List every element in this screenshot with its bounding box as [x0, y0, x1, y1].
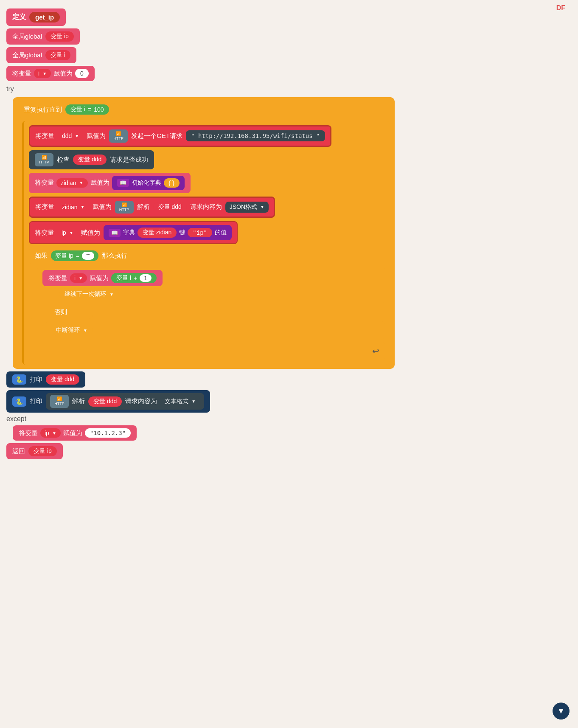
http-icon-get: 📶 HTTP: [109, 129, 128, 143]
repeat-var-eq: 变量 i = 100: [65, 104, 109, 115]
assign-ip2-assign: 赋值为: [63, 429, 82, 437]
wifi-symbol2: 📶: [42, 155, 47, 160]
assign-zidian2-var[interactable]: zidian: [58, 202, 89, 212]
define-name: get_ip: [29, 12, 60, 22]
repeat-label: 重复执行直到: [24, 106, 62, 114]
assign-i2-var[interactable]: i: [70, 273, 87, 283]
else-row: 否则: [29, 306, 384, 319]
assign-zidian1-assign: 赋值为: [90, 179, 109, 187]
check-ddd-var: 变量 ddd: [73, 155, 107, 165]
wifi-symbol4: 📶: [57, 396, 62, 402]
global-ip-var[interactable]: 变量 ip: [45, 31, 74, 42]
assign-ip-dict-label: 字典: [123, 229, 135, 236]
assign-ip-row: 将变量 ip 赋值为 📖 字典 变量 zidian 键 "ip" 的值: [29, 221, 384, 244]
define-row: 定义 get_ip: [6, 8, 395, 26]
print2-row: 🐍 打印 📶 HTTP 解析 变量 ddd 请求内容为 文本格式: [6, 390, 395, 413]
dict-value: { }: [164, 178, 180, 188]
if-block[interactable]: 如果 变量 ip = "" 那么执行: [29, 247, 133, 264]
assign-ddd-url: " http://192.168.31.95/wifi/status ": [186, 130, 325, 141]
assign-ddd-row: 将变量 ddd 赋值为 📶 HTTP 发起一个GET请求 " http://19…: [29, 125, 384, 147]
if-label: 如果: [35, 252, 48, 260]
global-ip-block[interactable]: 全局global 变量 ip: [6, 28, 80, 45]
assign-zidian2-suffix: 请求内容为: [190, 203, 222, 211]
scroll-button[interactable]: ▼: [553, 703, 570, 720]
print1-block[interactable]: 🐍 打印 变量 ddd: [6, 371, 85, 388]
repeat-eq: =: [88, 106, 91, 113]
http-icon-check: 📶 HTTP: [35, 153, 53, 166]
check-ddd-row: 📶 HTTP 检查 变量 ddd 请求是否成功: [29, 150, 384, 169]
return-var: 变量 ip: [28, 446, 57, 456]
print1-var: 变量 ddd: [46, 374, 79, 385]
assign-i2-expr: 变量 i + 1: [111, 273, 157, 283]
dict-icon2: 📖: [109, 229, 121, 237]
assign-i-label: 将变量: [12, 70, 31, 78]
break-block[interactable]: 中断循环: [51, 325, 93, 336]
assign-zidian1-label: 将变量: [35, 179, 54, 187]
define-block[interactable]: 定义 get_ip: [6, 8, 66, 26]
assign-zidian1-row: 将变量 zidian 赋值为 📖 初始化字典 { }: [29, 173, 384, 193]
assign-ddd-block[interactable]: 将变量 ddd 赋值为 📶 HTTP 发起一个GET请求 " http://19…: [29, 125, 331, 147]
try-label: try: [6, 84, 14, 95]
global-ip-row: 全局global 变量 ip: [6, 28, 395, 45]
except-label: except: [6, 415, 26, 423]
if-condition: 变量 ip = "": [51, 250, 98, 261]
print2-format[interactable]: 文本格式: [160, 396, 200, 407]
http-text3: HTTP: [119, 208, 129, 212]
assign-zidian2-format[interactable]: JSON格式: [225, 202, 269, 213]
print2-http-label: 解析: [72, 397, 85, 405]
define-label: 定义: [12, 13, 26, 22]
print2-suffix: 请求内容为: [125, 397, 157, 405]
assign-ip-suffix: 的值: [215, 229, 227, 236]
assign-ip2-var[interactable]: ip: [40, 428, 61, 438]
assign-ddd-assign: 赋值为: [87, 132, 106, 140]
assign-ip-block[interactable]: 将变量 ip 赋值为 📖 字典 变量 zidian 键 "ip" 的值: [29, 221, 238, 244]
global-ip-label: 全局global: [12, 33, 42, 41]
global-i-var[interactable]: 变量 i: [45, 50, 70, 60]
assign-zidian1-var[interactable]: zidian: [56, 178, 88, 188]
assign-ip-label: 将变量: [35, 229, 54, 237]
assign-i2-block[interactable]: 将变量 i 赋值为 变量 i + 1: [42, 270, 163, 286]
assign-zidian2-var2: 变量 ddd: [153, 202, 187, 212]
assign-ip-var[interactable]: ip: [57, 228, 78, 237]
repeat-row: 重复执行直到 变量 i = 100: [18, 101, 390, 118]
return-label: 返回: [12, 447, 25, 455]
continue-block[interactable]: 继续下一次循环: [59, 289, 119, 300]
check-ddd-block[interactable]: 📶 HTTP 检查 变量 ddd 请求是否成功: [29, 150, 154, 169]
check-ddd-label: 检查: [57, 156, 70, 164]
assign-i-block[interactable]: 将变量 i 赋值为 0: [6, 66, 95, 81]
assign-ip-var2: 变量 zidian: [137, 228, 177, 238]
wifi-symbol: 📶: [116, 131, 121, 136]
assign-ip2-block[interactable]: 将变量 ip 赋值为 "10.1.2.3": [13, 425, 137, 441]
repeat-body: 将变量 ddd 赋值为 📶 HTTP 发起一个GET请求 " http://19…: [22, 121, 390, 365]
df-label: DF: [556, 4, 565, 12]
print2-var: 变量 ddd: [88, 396, 122, 407]
assign-ip-key: "ip": [188, 228, 212, 237]
assign-zidian2-block[interactable]: 将变量 zidian 赋值为 📶 HTTP 解析 变量 ddd 请求内容为 JS…: [29, 197, 275, 218]
if-suffix: 那么执行: [102, 252, 127, 260]
python-icon1: 🐍: [12, 374, 26, 385]
if-body: 将变量 i 赋值为 变量 i + 1 继续下一次循环: [37, 267, 384, 303]
assign-zidian2-http-label: 解析: [137, 203, 150, 211]
assign-ddd-label: 将变量: [35, 132, 54, 140]
assign-i-value: 0: [75, 69, 89, 78]
print2-block[interactable]: 🐍 打印 📶 HTTP 解析 变量 ddd 请求内容为 文本格式: [6, 390, 210, 413]
repeat-value: 100: [94, 106, 104, 113]
dict-label: 初始化字典: [132, 179, 161, 187]
break-row: 中断循环: [51, 325, 379, 336]
assign-zidian1-block[interactable]: 将变量 zidian 赋值为 📖 初始化字典 { }: [29, 173, 191, 193]
print1-row: 🐍 打印 变量 ddd: [6, 371, 395, 388]
assign-zidian2-label: 将变量: [35, 203, 54, 211]
return-block[interactable]: 返回 变量 ip: [6, 443, 63, 459]
global-i-block[interactable]: 全局global 变量 i: [6, 47, 76, 63]
repeat-var: 变量 i: [70, 106, 85, 113]
assign-zidian2-assign: 赋值为: [93, 203, 112, 211]
dict-key-block: 📖 字典 变量 zidian 键 "ip" 的值: [104, 225, 232, 240]
http-text2: HTTP: [39, 160, 49, 165]
if-eq: =: [76, 253, 79, 259]
assign-ip-assign: 赋值为: [81, 229, 100, 237]
assign-ip2-label: 将变量: [19, 429, 38, 437]
return-arrow: ↩: [372, 346, 379, 356]
assign-i-var[interactable]: i: [34, 69, 51, 78]
assign-ddd-var[interactable]: ddd: [58, 131, 83, 141]
repeat-block[interactable]: 重复执行直到 变量 i = 100: [18, 101, 115, 118]
